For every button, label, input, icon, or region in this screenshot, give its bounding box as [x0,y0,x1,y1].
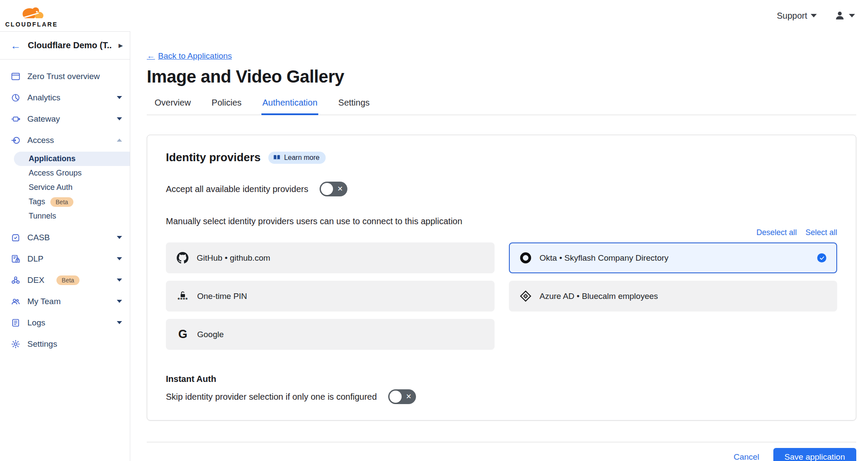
identity-providers-heading: Identity providers [166,151,261,164]
deselect-all-link[interactable]: Deselect all [756,228,797,237]
idp-card-google[interactable]: G Google [166,319,495,350]
cloudflare-cloud-icon [19,5,44,20]
tab-settings[interactable]: Settings [337,98,370,115]
network-cluster-icon [11,275,20,285]
cloudflare-wordmark: CLOUDFLARE [5,21,58,28]
chevron-down-icon [811,14,817,17]
chevron-down-icon [117,279,122,282]
sidebar-item-label: My Team [27,297,61,306]
sidebar-item-tunnels[interactable]: Tunnels [0,209,130,223]
chevron-down-icon [849,14,855,17]
manual-select-text: Manually select identity providers users… [166,216,837,226]
selected-check-icon [817,253,826,262]
sidebar-item-zero-trust-overview[interactable]: Zero Trust overview [0,66,130,87]
support-menu[interactable]: Support [777,11,817,21]
sidebar-item-gateway[interactable]: Gateway [0,108,130,129]
chevron-down-icon [117,236,122,239]
google-icon: G [177,328,189,340]
sidebar-item-my-team[interactable]: My Team [0,291,130,312]
access-subnav: Applications Access Groups Service Auth … [0,151,130,227]
sidebar-item-settings[interactable]: Settings [0,333,130,355]
learn-more-button[interactable]: Learn more [268,152,326,164]
sidebar-item-access-groups[interactable]: Access Groups [0,166,130,180]
sidebar-item-service-auth[interactable]: Service Auth [0,180,130,195]
topbar: CLOUDFLARE Support [0,0,868,31]
back-arrow-icon[interactable]: ← [10,40,21,51]
idp-label: GitHub • github.com [197,253,270,263]
account-menu[interactable] [834,10,855,21]
tab-authentication[interactable]: Authentication [261,98,318,115]
toggle-knob [389,391,402,403]
sidebar-item-applications[interactable]: Applications [14,152,130,166]
identity-provider-grid: GitHub • github.com Okta • Skyflash Comp… [166,242,837,350]
page-title: Image and Video Gallery [147,67,856,86]
main-content: ← Back to Applications Image and Video G… [130,31,868,461]
book-icon [273,154,281,161]
sidebar-item-logs[interactable]: Logs [0,312,130,333]
sidebar-account-header: ← Cloudflare Demo (T... ▶ [0,32,130,60]
sidebar-item-dex[interactable]: DEX Beta [0,269,130,291]
select-all-link[interactable]: Select all [805,228,837,237]
tab-policies[interactable]: Policies [211,98,242,115]
sidebar-item-label: Access Groups [29,169,82,178]
sidebar-item-casb[interactable]: CASB [0,227,130,248]
sidebar-item-label: Tunnels [29,212,56,221]
chevron-down-icon [117,300,122,303]
team-people-icon [11,297,20,306]
toggle-off-x-icon: ✕ [406,393,411,400]
sidebar-item-label: Logs [27,318,45,328]
sidebar-item-label: DEX [27,275,44,285]
idp-card-okta[interactable]: Okta • Skyflash Company Directory [509,242,838,273]
idp-card-one-time-pin[interactable]: **** One-time PIN [166,281,495,312]
instant-auth-toggle[interactable]: ✕ [388,389,416,404]
cancel-button[interactable]: Cancel [733,452,759,461]
back-to-applications-link[interactable]: ← Back to Applications [147,51,232,61]
chevron-down-icon [117,321,122,324]
idp-card-github[interactable]: GitHub • github.com [166,242,495,273]
arrow-left-icon: ← [147,51,155,61]
window-icon [11,72,20,81]
sidebar-item-tags[interactable]: Tags Beta [0,195,130,209]
back-link-label: Back to Applications [158,51,232,61]
sidebar-item-label: Gateway [27,114,60,124]
skip-selection-label: Skip identity provider selection if only… [166,392,377,402]
sidebar-item-label: Zero Trust overview [27,72,100,81]
azure-ad-icon [520,290,531,302]
user-icon [834,10,845,21]
gear-icon [11,339,20,349]
idp-label: Okta • Skyflash Company Directory [540,253,669,263]
chevron-down-icon [117,96,122,99]
sidebar-item-access[interactable]: Access [0,129,130,151]
beta-badge: Beta [56,275,79,285]
pie-chart-icon [11,93,20,103]
idp-label: Azure AD • Bluecalm employees [540,292,658,301]
logs-document-icon [11,318,20,328]
cloudflare-logo[interactable]: CLOUDFLARE [5,3,58,28]
sidebar-item-label: Service Auth [29,183,73,192]
idp-card-azure-ad[interactable]: Azure AD • Bluecalm employees [509,281,838,312]
tab-overview[interactable]: Overview [154,98,191,115]
footer-actions: Cancel Save application [147,448,856,461]
learn-more-label: Learn more [284,154,320,162]
chevron-down-icon [117,257,122,260]
toggle-knob [321,183,333,195]
accept-all-toggle[interactable]: ✕ [320,182,347,196]
save-application-button[interactable]: Save application [773,448,856,461]
sidebar-item-label: Settings [27,339,57,349]
sidebar-item-label: DLP [27,254,43,264]
expand-chevron-icon[interactable]: ▶ [119,42,123,49]
access-login-icon [11,136,20,145]
sidebar-item-analytics[interactable]: Analytics [0,87,130,108]
okta-icon [520,252,531,264]
sidebar-item-label: Tags [29,197,45,206]
instant-auth-heading: Instant Auth [166,374,837,384]
gateway-icon [11,114,20,124]
support-label: Support [777,11,807,21]
tab-bar: Overview Policies Authentication Setting… [147,98,856,115]
sidebar-item-dlp[interactable]: DLP [0,248,130,269]
beta-badge: Beta [50,197,73,207]
accept-all-label: Accept all available identity providers [166,184,308,194]
sidebar: ← Cloudflare Demo (T... ▶ Zero Trust ove… [0,31,130,461]
idp-label: Google [197,330,224,339]
document-lock-icon [11,254,20,264]
